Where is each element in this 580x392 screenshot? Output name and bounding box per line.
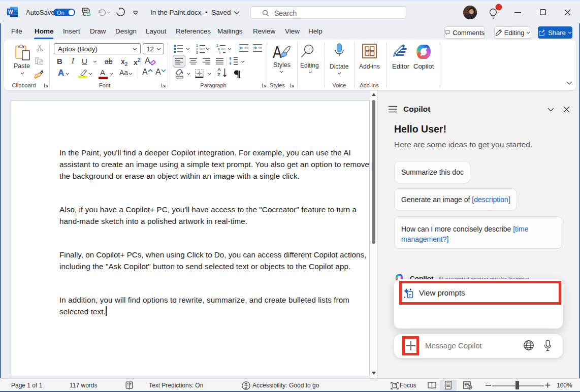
- svg-text:1: 1: [196, 44, 198, 47]
- svg-text:a: a: [218, 47, 220, 51]
- svg-text:i: i: [219, 51, 220, 54]
- svg-text:3: 3: [196, 51, 198, 54]
- svg-text:W: W: [8, 9, 13, 15]
- svg-text:1: 1: [216, 44, 218, 47]
- svg-text:2: 2: [196, 47, 198, 51]
